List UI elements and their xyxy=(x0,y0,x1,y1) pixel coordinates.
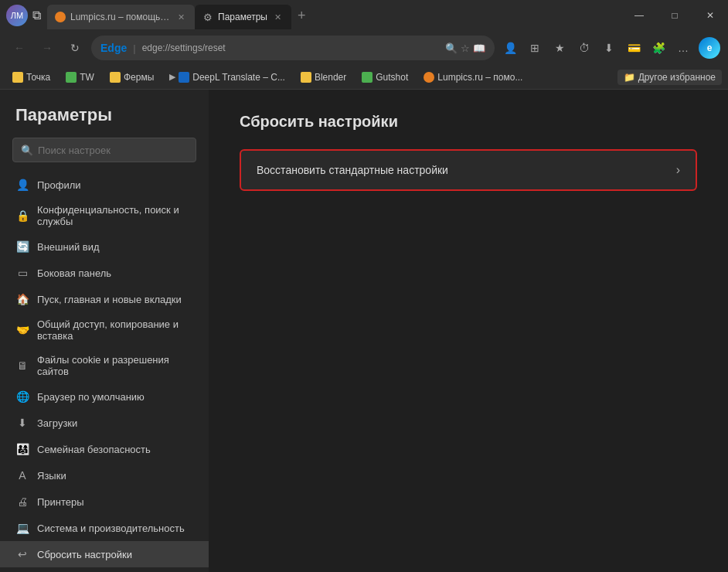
bookmark-tw[interactable]: TW xyxy=(60,70,100,85)
address-bar[interactable]: Edge | edge://settings/reset 🔍 ☆ 📖 xyxy=(91,36,495,60)
bookmark-label-tw: TW xyxy=(80,72,94,83)
bookmark-blender[interactable]: Blender xyxy=(294,70,352,85)
sidebar-icon-printers: 🖨 xyxy=(15,495,29,509)
sidebar-label-cookies: Файлы cookie и разрешения сайтов xyxy=(37,354,193,377)
search-box[interactable]: 🔍 xyxy=(12,138,196,162)
bookmark-folder-icon: 📁 xyxy=(624,72,635,83)
sidebar-item-family[interactable]: 👨‍👩‍👧Семейная безопасность xyxy=(0,436,209,462)
favorites-icon[interactable]: ☆ xyxy=(461,43,470,54)
forward-button[interactable]: → xyxy=(36,36,59,60)
downloads-nav-icon[interactable]: ⬇ xyxy=(598,37,620,59)
tab-label-lumpics: Lumpics.ru – помощь с компьюте... xyxy=(70,12,171,22)
wallet-icon[interactable]: 💳 xyxy=(623,37,645,59)
tab-manager-icon[interactable]: ⧉ xyxy=(32,9,41,22)
edge-logo[interactable]: e xyxy=(699,37,720,59)
bookmark-gutshot[interactable]: Gutshot xyxy=(355,70,414,85)
sidebar-icon-sharing: 🤝 xyxy=(15,323,29,337)
sidebar-item-sidebar-panel[interactable]: ▭Боковая панель xyxy=(0,260,209,286)
collections-icon[interactable]: ⊞ xyxy=(524,37,546,59)
bookmark-icon-deepl xyxy=(179,72,189,83)
titlebar: ЛМ ⧉ Lumpics.ru – помощь с компьюте... ✕… xyxy=(0,0,728,31)
nav-extras: 👤 ⊞ ★ ⏱ ⬇ 💳 🧩 … xyxy=(499,37,694,59)
history-icon[interactable]: ⏱ xyxy=(573,37,595,59)
bookmark-tochka[interactable]: Точка xyxy=(6,70,56,85)
avatar[interactable]: ЛМ xyxy=(6,5,28,26)
bookmark-icon-gutshot xyxy=(362,72,373,83)
sidebar-item-phone[interactable]: 📱Телефон и другие устройства xyxy=(0,567,209,572)
bookmark-fermy[interactable]: Фермы xyxy=(104,70,160,85)
new-tab-button[interactable]: + xyxy=(291,8,312,24)
sidebar-icon-privacy: 🔒 xyxy=(15,209,29,223)
sidebar-icon-new-tab: 🏠 xyxy=(15,292,29,306)
sidebar-item-printers[interactable]: 🖨Принтеры xyxy=(0,489,209,515)
minimize-button[interactable]: — xyxy=(621,3,657,28)
restore-defaults-button[interactable]: Восстановить стандартные настройки › xyxy=(240,149,697,191)
bookmark-icon-fermy xyxy=(110,72,121,83)
bookmark-lumpics[interactable]: Lumpics.ru – помо... xyxy=(417,70,529,85)
sidebar-icon-system: 💻 xyxy=(15,521,29,535)
bookmark-other[interactable]: 📁 Другое избранное xyxy=(617,70,722,85)
bookmark-chevron-deepl: ▶ xyxy=(169,72,175,82)
address-actions: 🔍 ☆ 📖 xyxy=(445,43,485,54)
sidebar-item-languages[interactable]: AЯзыки xyxy=(0,462,209,489)
back-button[interactable]: ← xyxy=(8,36,31,60)
sidebar-item-system[interactable]: 💻Система и производительность xyxy=(0,515,209,541)
tab-close-settings[interactable]: ✕ xyxy=(272,12,284,23)
profiles-icon[interactable]: 👤 xyxy=(499,37,521,59)
sidebar-item-default-browser[interactable]: 🌐Браузер по умолчанию xyxy=(0,383,209,410)
maximize-button[interactable]: □ xyxy=(657,3,692,28)
bookmark-icon-blender xyxy=(301,72,311,83)
sidebar-item-reset[interactable]: ↩Сбросить настройки xyxy=(0,541,209,567)
address-separator: | xyxy=(133,43,135,54)
bookmark-other-label: Другое избранное xyxy=(638,72,716,83)
sidebar-label-default-browser: Браузер по умолчанию xyxy=(37,391,145,403)
sidebar-item-new-tab[interactable]: 🏠Пуск, главная и новые вкладки xyxy=(0,286,209,312)
sidebar-item-privacy[interactable]: 🔒Конфиденциальность, поиск и службы xyxy=(0,198,209,233)
search-icon[interactable]: 🔍 xyxy=(445,43,458,54)
bookmark-label-fermy: Фермы xyxy=(124,72,154,83)
sidebar-label-system: Система и производительность xyxy=(37,523,185,534)
navbar: ← → ↻ Edge | edge://settings/reset 🔍 ☆ 📖… xyxy=(0,31,728,65)
favorites-bar-icon[interactable]: ★ xyxy=(549,37,570,59)
nav-items-container: 👤Профили🔒Конфиденциальность, поиск и слу… xyxy=(0,172,209,572)
sidebar-icon-reset: ↩ xyxy=(15,547,29,561)
sidebar-item-sharing[interactable]: 🤝Общий доступ, копирование и вставка xyxy=(0,312,209,348)
sidebar-icon-appearance: 🔄 xyxy=(15,240,29,254)
bookmarks-bar: Точка TW Фермы ▶ DeepL Translate – С... … xyxy=(0,65,728,90)
sidebar-label-downloads: Загрузки xyxy=(37,417,77,429)
reading-icon[interactable]: 📖 xyxy=(473,43,485,54)
sidebar-item-cookies[interactable]: 🖥Файлы cookie и разрешения сайтов xyxy=(0,348,209,383)
bookmark-deepl[interactable]: ▶ DeepL Translate – С... xyxy=(163,70,291,85)
sidebar-icon-cookies: 🖥 xyxy=(15,359,29,373)
sidebar-label-appearance: Внешний вид xyxy=(37,241,100,253)
sidebar-icon-default-browser: 🌐 xyxy=(15,390,29,403)
search-icon: 🔍 xyxy=(21,145,33,156)
tab-close-lumpics[interactable]: ✕ xyxy=(175,12,187,23)
sidebar-icon-downloads: ⬇ xyxy=(15,416,29,430)
sidebar-item-appearance[interactable]: 🔄Внешний вид xyxy=(0,233,209,260)
sidebar-icon-family: 👨‍👩‍👧 xyxy=(15,442,29,456)
sidebar-label-sharing: Общий доступ, копирование и вставка xyxy=(37,318,193,342)
tab-settings[interactable]: ⚙ Параметры ✕ xyxy=(195,5,291,29)
settings-more-icon[interactable]: … xyxy=(672,37,694,59)
bookmark-label-tochka: Точка xyxy=(26,72,50,83)
sidebar-item-downloads[interactable]: ⬇Загрузки xyxy=(0,410,209,436)
bookmark-label-gutshot: Gutshot xyxy=(376,72,408,83)
sidebar-item-profiles[interactable]: 👤Профили xyxy=(0,172,209,198)
tabs-area: Lumpics.ru – помощь с компьюте... ✕ ⚙ Па… xyxy=(47,0,621,31)
sidebar-label-sidebar-panel: Боковая панель xyxy=(37,267,111,279)
bookmark-label-lumpics: Lumpics.ru – помо... xyxy=(437,72,522,83)
sidebar-title: Параметры xyxy=(0,105,209,138)
restore-defaults-label: Восстановить стандартные настройки xyxy=(257,164,448,176)
sidebar-icon-profiles: 👤 xyxy=(15,178,29,192)
bookmark-icon-tw xyxy=(66,72,77,83)
close-button[interactable]: ✕ xyxy=(692,3,728,28)
tab-label-settings: Параметры xyxy=(218,12,267,22)
sidebar-label-printers: Принтеры xyxy=(37,496,84,508)
tab-lumpics[interactable]: Lumpics.ru – помощь с компьюте... ✕ xyxy=(47,5,195,29)
search-input[interactable] xyxy=(38,145,188,156)
refresh-button[interactable]: ↻ xyxy=(63,36,87,60)
sidebar-icon-sidebar-panel: ▭ xyxy=(15,266,29,280)
extensions-icon[interactable]: 🧩 xyxy=(648,37,669,59)
bookmark-label-deepl: DeepL Translate – С... xyxy=(192,72,285,83)
